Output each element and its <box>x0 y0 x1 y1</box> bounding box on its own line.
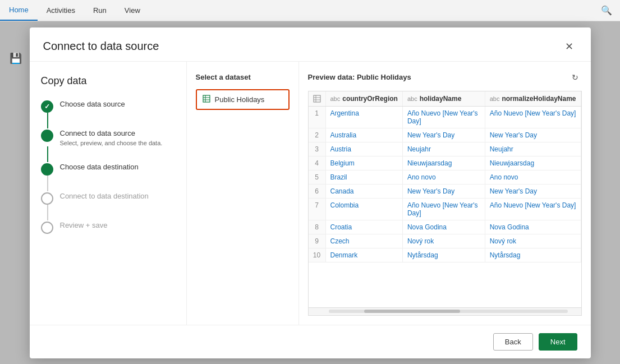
cell-holiday: Año Nuevo [New Year's Day] <box>402 199 485 220</box>
cell-country: Argentina <box>325 107 402 128</box>
col1-name: countryOrRegion <box>342 95 398 103</box>
step1-check: ✓ <box>44 103 50 110</box>
step5-circle <box>41 222 53 234</box>
col-country-header: abccountryOrRegion <box>325 91 402 107</box>
table-row: 7 Colombia Año Nuevo [New Year's Day] Añ… <box>309 199 581 220</box>
table-row: 1 Argentina Año Nuevo [New Year's Day] A… <box>309 107 581 128</box>
cell-holiday: Nytårsdag <box>402 248 485 262</box>
cell-holiday: Neujahr <box>402 142 485 156</box>
step4-text: Connect to data destination <box>60 191 149 201</box>
dataset-name: Public Holidays <box>215 95 265 104</box>
row-num: 6 <box>309 185 326 199</box>
row-num: 10 <box>309 248 326 262</box>
cell-normalize: Año Nuevo [New Year's Day] <box>485 199 581 220</box>
cell-holiday: New Year's Day <box>402 128 485 142</box>
dialog-footer: Back Next <box>30 325 591 358</box>
table-body: 1 Argentina Año Nuevo [New Year's Day] A… <box>309 107 581 262</box>
cell-country: Brazil <box>325 171 402 185</box>
cell-country: Croatia <box>325 220 402 234</box>
scrollbar-thumb <box>364 310 460 313</box>
cell-country: Austria <box>325 142 402 156</box>
step1-label: Choose data source <box>60 99 125 109</box>
svg-rect-0 <box>203 95 210 102</box>
cell-holiday: Año Nuevo [New Year's Day] <box>402 107 485 128</box>
svg-rect-4 <box>314 95 320 102</box>
row-num: 4 <box>309 156 326 171</box>
col1-type: abc <box>330 95 341 102</box>
table-row: 10 Denmark Nytårsdag Nytårsdag <box>309 248 581 262</box>
cell-holiday: Nova Godina <box>402 220 485 234</box>
table-row: 6 Canada New Year's Day New Year's Day <box>309 185 581 199</box>
save-icon[interactable]: 💾 <box>7 49 25 67</box>
table-row: 2 Australia New Year's Day New Year's Da… <box>309 128 581 142</box>
table-row: 8 Croatia Nova Godina Nova Godina <box>309 220 581 234</box>
cell-normalize: Nový rok <box>485 234 581 248</box>
step3-label: Choose data destination <box>60 162 139 172</box>
col-holiday-header: abcholidayName <box>402 91 485 107</box>
col2-name: holidayName <box>420 95 462 103</box>
top-icons: 🔍 <box>598 0 620 21</box>
step4-circle <box>41 192 53 205</box>
data-table-wrap[interactable]: abccountryOrRegion abcholidayName abcnor… <box>308 91 582 308</box>
cell-normalize: Nytårsdag <box>485 248 581 262</box>
preview-table: abccountryOrRegion abcholidayName abcnor… <box>309 91 581 263</box>
step-connect-dest: Connect to data destination <box>41 191 175 205</box>
col3-type: abc <box>490 95 500 102</box>
step-choose-source: ✓ Choose data source <box>41 99 175 113</box>
table-row: 9 Czech Nový rok Nový rok <box>309 234 581 248</box>
step1-text: Choose data source <box>60 99 125 109</box>
cell-normalize: New Year's Day <box>485 185 581 199</box>
cell-holiday: Nieuwjaarsdag <box>402 156 485 171</box>
next-button[interactable]: Next <box>539 333 577 351</box>
row-num: 9 <box>309 234 326 248</box>
copy-data-dialog: Connect to data source ✕ Copy data ✓ Cho… <box>30 27 591 358</box>
cell-normalize: Nova Godina <box>485 220 581 234</box>
top-bar: Home Activities Run View 🔍 <box>0 0 620 21</box>
steps-panel: Copy data ✓ Choose data source <box>30 62 187 325</box>
cell-country: Czech <box>325 234 402 248</box>
tab-activities[interactable]: Activities <box>38 0 84 21</box>
table-icon <box>203 95 210 104</box>
cell-normalize: Año Nuevo [New Year's Day] <box>485 107 581 128</box>
step2-label: Connect to data source <box>60 128 163 139</box>
cell-normalize: Neujahr <box>485 142 581 156</box>
main-area: 💾 Connect to data source ✕ Copy data ✓ C… <box>0 21 620 364</box>
tab-run[interactable]: Run <box>84 0 116 21</box>
table-row: 3 Austria Neujahr Neujahr <box>309 142 581 156</box>
step2-dot <box>45 133 49 138</box>
tab-home[interactable]: Home <box>0 0 38 21</box>
step-choose-dest: Choose data destination <box>41 162 175 176</box>
row-num: 3 <box>309 142 326 156</box>
search-icon[interactable]: 🔍 <box>598 2 616 20</box>
cell-holiday: Nový rok <box>402 234 485 248</box>
cell-country: Canada <box>325 185 402 199</box>
close-button[interactable]: ✕ <box>562 39 577 54</box>
preview-title: Preview data: Public Holidays <box>308 73 411 81</box>
step5-label: Review + save <box>60 220 108 231</box>
cell-country: Colombia <box>325 199 402 220</box>
step5-text: Review + save <box>60 220 108 231</box>
row-num: 5 <box>309 171 326 185</box>
step4-label: Connect to data destination <box>60 191 149 201</box>
col2-type: abc <box>407 95 417 102</box>
table-row: 4 Belgium Nieuwjaarsdag Nieuwjaarsdag <box>309 156 581 171</box>
table-header-row: abccountryOrRegion abcholidayName abcnor… <box>309 91 581 107</box>
dataset-item-public-holidays[interactable]: Public Holidays <box>196 89 290 110</box>
back-button[interactable]: Back <box>493 333 533 351</box>
cell-country: Denmark <box>325 248 402 262</box>
cell-normalize: Nieuwjaarsdag <box>485 156 581 171</box>
dialog-body: Copy data ✓ Choose data source <box>30 62 591 325</box>
row-num: 2 <box>309 128 326 142</box>
cell-holiday: Ano novo <box>402 171 485 185</box>
preview-header: Preview data: Public Holidays ↻ <box>308 71 582 84</box>
tab-view[interactable]: View <box>116 0 149 21</box>
refresh-button[interactable]: ↻ <box>568 71 582 84</box>
step1-circle: ✓ <box>41 100 53 113</box>
cell-normalize: New Year's Day <box>485 128 581 142</box>
step3-circle <box>41 163 53 176</box>
connector3 <box>47 176 48 191</box>
step-review-save: Review + save <box>41 220 175 234</box>
step3-text: Choose data destination <box>60 162 139 172</box>
dataset-section-title: Select a dataset <box>196 73 290 81</box>
horizontal-scrollbar[interactable] <box>308 308 582 316</box>
